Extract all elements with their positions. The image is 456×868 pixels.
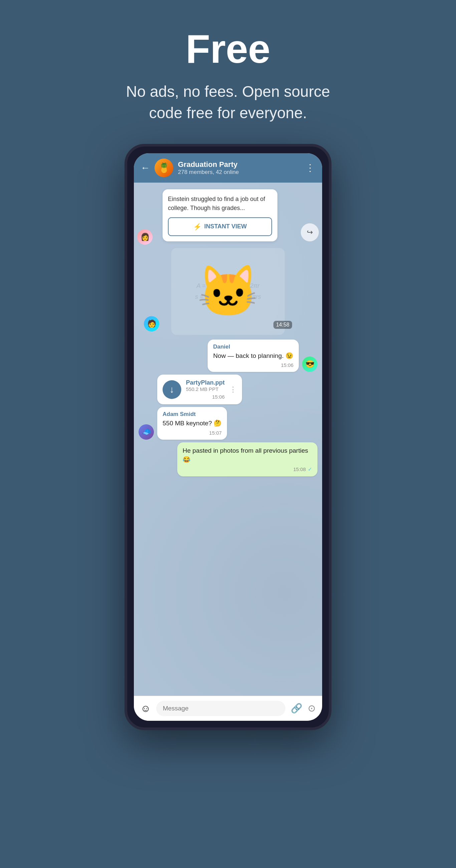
back-button[interactable]: ←: [141, 163, 150, 173]
file-name: PartyPlan.ppt: [186, 379, 225, 386]
sticker-area: A = πr² V = l³ P = 2πr s = √(r²+h²) A = …: [134, 245, 322, 338]
file-info: PartyPlan.ppt 550.2 MB PPT 15:06: [186, 379, 225, 400]
share-icon: ↪: [307, 228, 313, 237]
header-menu-button[interactable]: ⋮: [305, 162, 315, 173]
message-input[interactable]: [156, 701, 285, 716]
instant-view-button[interactable]: ⚡ INSTANT VIEW: [168, 217, 272, 236]
instant-view-icon: ⚡: [193, 223, 202, 231]
message-bubble: Daniel Now — back to planning. 😉 15:06: [208, 340, 299, 372]
group-info: Graduation Party 278 members, 42 online: [178, 160, 301, 176]
adam-message-bubble: Adam Smidt 550 MB keynote? 🤔 15:07: [157, 407, 227, 440]
download-icon: ↓: [170, 384, 174, 395]
message-checkmark: ✓: [308, 466, 312, 472]
camera-button[interactable]: ⊙: [308, 703, 315, 714]
share-button[interactable]: ↪: [301, 223, 319, 241]
hero-title: Free: [111, 27, 345, 71]
phone-inner: ← 🍍 Graduation Party 278 members, 42 onl…: [134, 153, 322, 721]
sent-message-text: He pasted in photos from all previous pa…: [183, 446, 312, 464]
hero-section: Free No ads, no fees. Open source code f…: [98, 0, 358, 144]
phone-shell: ← 🍍 Graduation Party 278 members, 42 onl…: [124, 144, 332, 730]
adam-message-time: 15:07: [209, 430, 222, 436]
cat-sticker: 🐱: [197, 262, 260, 321]
attachment-button[interactable]: 🔗: [291, 703, 302, 714]
adam-sender-name: Adam Smidt: [162, 411, 222, 417]
file-menu-button[interactable]: ⋮: [229, 385, 237, 394]
article-sender-avatar: 👩: [137, 229, 153, 245]
instant-view-label: INSTANT VIEW: [204, 223, 247, 230]
file-bubble: ↓ PartyPlan.ppt 550.2 MB PPT 15:06 ⋮: [157, 375, 242, 404]
message-time: 15:06: [281, 362, 294, 368]
input-bar: ☺ 🔗 ⊙: [134, 696, 322, 721]
emoji-button[interactable]: ☺: [141, 703, 151, 714]
message-row: 😎 Daniel Now — back to planning. 😉 15:06: [134, 338, 322, 374]
file-time: 15:06: [212, 394, 225, 400]
group-members: 278 members, 42 online: [178, 169, 301, 176]
article-row: 👩 Einstein struggled to find a job out o…: [134, 186, 322, 245]
group-avatar: 🍍: [155, 159, 173, 177]
sticker-time: 14:58: [273, 321, 292, 329]
file-message-row: ↓ PartyPlan.ppt 550.2 MB PPT 15:06 ⋮: [134, 373, 322, 406]
chat-body: 👩 Einstein struggled to find a job out o…: [134, 183, 322, 696]
adam-message-row: 🧢 Adam Smidt 550 MB keynote? 🤔 15:07: [134, 406, 322, 441]
message-meta: 15:06: [213, 362, 294, 368]
adam-message-meta: 15:07: [162, 430, 222, 436]
daniel-avatar: 😎: [302, 356, 317, 372]
sent-message-meta: 15:08 ✓: [183, 466, 312, 472]
article-card: Einstein struggled to find a job out of …: [162, 189, 277, 241]
group-avatar-emoji: 🍍: [158, 162, 170, 173]
sticker-sender-avatar: 🧑: [144, 316, 159, 332]
adam-message-text: 550 MB keynote? 🤔: [162, 419, 222, 428]
hero-subtitle: No ads, no fees. Open source code free f…: [111, 81, 345, 124]
sent-message-time: 15:08: [293, 466, 306, 472]
article-preview-text: Einstein struggled to find a job out of …: [168, 195, 272, 213]
file-size: 550.2 MB PPT: [186, 386, 225, 392]
adam-avatar: 🧢: [139, 424, 154, 440]
group-name: Graduation Party: [178, 160, 301, 169]
message-text: Now — back to planning. 😉: [213, 351, 294, 361]
chat-header: ← 🍍 Graduation Party 278 members, 42 onl…: [134, 153, 322, 183]
file-download-button[interactable]: ↓: [162, 380, 181, 399]
file-meta: 15:06: [186, 394, 225, 400]
message-sender: Daniel: [213, 344, 294, 350]
sent-message-row: He pasted in photos from all previous pa…: [134, 441, 322, 478]
sent-message-bubble: He pasted in photos from all previous pa…: [177, 442, 317, 476]
